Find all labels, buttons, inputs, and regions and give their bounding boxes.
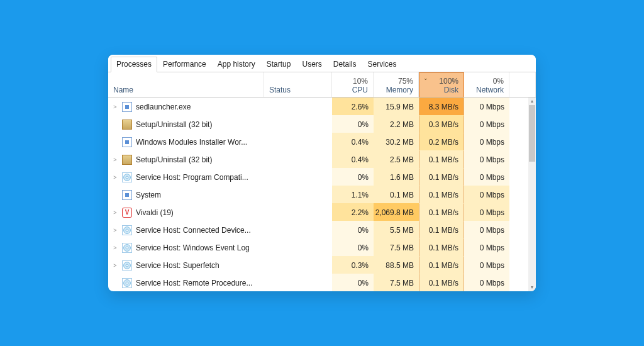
disk-cell: 0.1 MB/s bbox=[419, 274, 464, 291]
process-row[interactable]: >Setup/Uninstall (32 bit)0.4%2.5 MB0.1 M… bbox=[108, 150, 528, 168]
process-name-cell[interactable]: Service Host: Remote Procedure... bbox=[108, 274, 264, 291]
column-network[interactable]: 0%Network bbox=[464, 72, 509, 97]
process-row[interactable]: Service Host: Remote Procedure...0%7.5 M… bbox=[108, 274, 528, 291]
column-memory[interactable]: 75%Memory bbox=[374, 72, 419, 97]
memory-cell: 5.5 MB bbox=[374, 221, 419, 238]
process-name-cell[interactable]: >Vivaldi (19) bbox=[108, 203, 264, 221]
memory-cell: 7.5 MB bbox=[374, 274, 419, 291]
cpu-cell: 0.3% bbox=[332, 256, 374, 274]
disk-cell: 0.1 MB/s bbox=[419, 186, 464, 203]
task-manager-window: ProcessesPerformanceApp historyStartupUs… bbox=[108, 55, 536, 291]
process-name-label: Service Host: Windows Event Log bbox=[136, 243, 250, 252]
status-cell bbox=[264, 221, 332, 238]
tab-users[interactable]: Users bbox=[296, 57, 327, 72]
network-cell: 0 Mbps bbox=[464, 115, 509, 133]
process-name-cell[interactable]: Windows Modules Installer Wor... bbox=[108, 133, 264, 150]
tab-performance[interactable]: Performance bbox=[157, 57, 212, 72]
svg-point-5 bbox=[126, 247, 128, 249]
cpu-cell: 0% bbox=[332, 115, 374, 133]
expand-icon[interactable]: > bbox=[112, 157, 118, 163]
host-icon bbox=[122, 260, 132, 271]
network-cell: 0 Mbps bbox=[464, 186, 509, 203]
process-name-cell[interactable]: >Setup/Uninstall (32 bit) bbox=[108, 150, 264, 168]
process-row[interactable]: System1.1%0.1 MB0.1 MB/s0 Mbps bbox=[108, 186, 528, 203]
process-name-label: Service Host: Program Compati... bbox=[136, 173, 248, 182]
process-row[interactable]: >sedlauncher.exe2.6%15.9 MB8.3 MB/s0 Mbp… bbox=[108, 98, 528, 115]
column-headers: Name Status 10%CPU 75%Memory ⌄100%Disk 0… bbox=[108, 72, 536, 98]
network-cell: 0 Mbps bbox=[464, 238, 509, 256]
column-disk[interactable]: ⌄100%Disk bbox=[419, 72, 464, 97]
network-cell: 0 Mbps bbox=[464, 221, 509, 238]
process-name-cell[interactable]: >Service Host: Connected Device... bbox=[108, 221, 264, 238]
process-row[interactable]: >Service Host: Windows Event Log0%7.5 MB… bbox=[108, 238, 528, 256]
host-icon bbox=[122, 172, 132, 182]
host-icon bbox=[122, 243, 132, 253]
process-name-cell[interactable]: >sedlauncher.exe bbox=[108, 98, 264, 115]
network-cell: 0 Mbps bbox=[464, 168, 509, 186]
disk-cell: 0.1 MB/s bbox=[419, 238, 464, 256]
svg-point-3 bbox=[126, 229, 128, 232]
status-cell bbox=[264, 115, 332, 133]
memory-cell: 2.5 MB bbox=[374, 150, 419, 168]
process-name-cell[interactable]: System bbox=[108, 186, 264, 203]
expand-icon[interactable]: > bbox=[112, 262, 118, 269]
expand-icon[interactable]: > bbox=[112, 209, 118, 216]
network-cell: 0 Mbps bbox=[464, 98, 509, 115]
process-row[interactable]: Setup/Uninstall (32 bit)0%2.2 MB0.3 MB/s… bbox=[108, 115, 528, 133]
expand-icon[interactable]: > bbox=[112, 174, 118, 181]
status-cell bbox=[264, 256, 332, 274]
tab-processes[interactable]: Processes bbox=[111, 57, 157, 72]
process-name-label: Windows Modules Installer Wor... bbox=[136, 138, 247, 147]
scrollbar-thumb[interactable] bbox=[529, 105, 535, 162]
status-cell bbox=[264, 274, 332, 291]
process-row[interactable]: >Service Host: Superfetch0.3%88.5 MB0.1 … bbox=[108, 256, 528, 274]
tab-app-history[interactable]: App history bbox=[212, 57, 261, 72]
viv-icon bbox=[122, 208, 132, 218]
app-icon bbox=[122, 102, 132, 112]
column-cpu[interactable]: 10%CPU bbox=[332, 72, 374, 97]
cpu-cell: 2.2% bbox=[332, 203, 374, 221]
tab-services[interactable]: Services bbox=[362, 57, 402, 72]
expand-icon[interactable]: > bbox=[112, 104, 118, 110]
column-status[interactable]: Status bbox=[264, 72, 332, 97]
process-name-label: Service Host: Connected Device... bbox=[136, 226, 251, 235]
process-name-label: Service Host: Remote Procedure... bbox=[136, 279, 252, 287]
process-row[interactable]: >Vivaldi (19)2.2%2,069.8 MB0.1 MB/s0 Mbp… bbox=[108, 203, 528, 221]
process-name-cell[interactable]: >Service Host: Windows Event Log bbox=[108, 238, 264, 256]
column-name[interactable]: Name bbox=[108, 72, 264, 97]
process-name-cell[interactable]: >Service Host: Program Compati... bbox=[108, 168, 264, 186]
expand-icon[interactable]: > bbox=[112, 245, 118, 251]
process-name-label: Setup/Uninstall (32 bit) bbox=[136, 155, 212, 164]
scroll-up-icon[interactable]: ▴ bbox=[528, 98, 536, 105]
status-cell bbox=[264, 168, 332, 186]
cpu-cell: 1.1% bbox=[332, 186, 374, 203]
process-name-cell[interactable]: Setup/Uninstall (32 bit) bbox=[108, 115, 264, 133]
memory-cell: 1.6 MB bbox=[374, 168, 419, 186]
network-cell: 0 Mbps bbox=[464, 203, 509, 221]
process-name-label: System bbox=[136, 191, 161, 199]
process-name-label: Setup/Uninstall (32 bit) bbox=[136, 120, 212, 129]
vertical-scrollbar[interactable]: ▴ ▾ bbox=[528, 98, 536, 291]
tab-details[interactable]: Details bbox=[328, 57, 362, 72]
memory-cell: 0.1 MB bbox=[374, 186, 419, 203]
memory-cell: 30.2 MB bbox=[374, 133, 419, 150]
process-name-cell[interactable]: >Service Host: Superfetch bbox=[108, 256, 264, 274]
network-cell: 0 Mbps bbox=[464, 133, 509, 150]
process-row[interactable]: Windows Modules Installer Wor...0.4%30.2… bbox=[108, 133, 528, 150]
tab-startup[interactable]: Startup bbox=[261, 57, 297, 72]
network-cell: 0 Mbps bbox=[464, 150, 509, 168]
status-cell bbox=[264, 133, 332, 150]
disk-cell: 0.1 MB/s bbox=[419, 256, 464, 274]
cpu-cell: 0% bbox=[332, 221, 374, 238]
process-row[interactable]: >Service Host: Program Compati...0%1.6 M… bbox=[108, 168, 528, 186]
process-row[interactable]: >Service Host: Connected Device...0%5.5 … bbox=[108, 221, 528, 238]
disk-cell: 0.3 MB/s bbox=[419, 115, 464, 133]
cpu-cell: 0% bbox=[332, 238, 374, 256]
disk-cell: 0.2 MB/s bbox=[419, 133, 464, 150]
app-icon bbox=[122, 190, 132, 200]
expand-icon[interactable]: > bbox=[112, 227, 118, 233]
svg-point-1 bbox=[126, 176, 128, 179]
status-cell bbox=[264, 203, 332, 221]
sort-desc-icon: ⌄ bbox=[423, 75, 428, 81]
scroll-down-icon[interactable]: ▾ bbox=[528, 284, 536, 291]
